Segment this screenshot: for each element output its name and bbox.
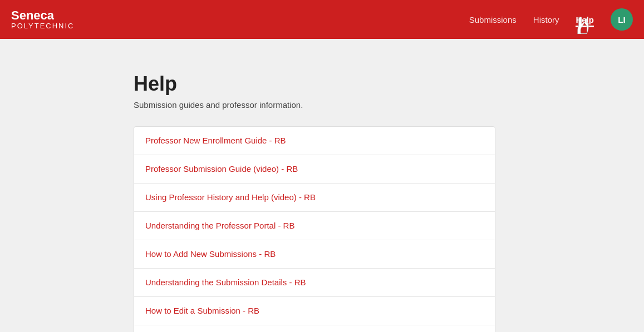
help-link[interactable]: How to Edit a Submission - RB xyxy=(145,306,259,315)
logo[interactable]: Seneca POLYTECHNIC xyxy=(11,9,75,30)
nav-help[interactable]: Help xyxy=(576,12,594,27)
list-item[interactable]: Professor New Enrollment Guide - RB xyxy=(134,127,495,155)
list-item[interactable]: Retrieving Testing Documents - RB xyxy=(134,325,495,332)
list-item[interactable]: Using Professor History and Help (video)… xyxy=(134,184,495,212)
logo-line1: Seneca xyxy=(11,8,54,22)
main-nav: Submissions History Help LI xyxy=(469,8,633,31)
list-item[interactable]: How to Edit a Submission - RB xyxy=(134,297,495,325)
page-title: Help xyxy=(134,72,644,96)
list-item[interactable]: How to Add New Submissions - RB xyxy=(134,240,495,269)
user-avatar[interactable]: LI xyxy=(611,8,633,31)
nav-submissions[interactable]: Submissions xyxy=(469,12,517,27)
help-link[interactable]: Professor Submission Guide (video) - RB xyxy=(145,164,298,174)
nav-history[interactable]: History xyxy=(533,12,559,27)
main-content: Help Submission guides and professor inf… xyxy=(0,39,644,332)
help-link[interactable]: Professor New Enrollment Guide - RB xyxy=(145,136,286,145)
header: Seneca POLYTECHNIC Submissions History H… xyxy=(0,0,644,39)
logo-text: Seneca POLYTECHNIC xyxy=(11,9,75,30)
list-item[interactable]: Understanding the Professor Portal - RB xyxy=(134,212,495,240)
help-link[interactable]: Using Professor History and Help (video)… xyxy=(145,192,316,202)
help-link[interactable]: Understanding the Submission Details - R… xyxy=(145,278,306,287)
page-subtitle: Submission guides and professor informat… xyxy=(134,100,644,110)
list-item[interactable]: Professor Submission Guide (video) - RB xyxy=(134,155,495,184)
logo-line2: POLYTECHNIC xyxy=(11,22,75,30)
list-item[interactable]: Understanding the Submission Details - R… xyxy=(134,269,495,297)
help-link[interactable]: Understanding the Professor Portal - RB xyxy=(145,221,294,230)
help-links-list: Professor New Enrollment Guide - RBProfe… xyxy=(134,126,495,332)
help-link[interactable]: How to Add New Submissions - RB xyxy=(145,249,276,259)
